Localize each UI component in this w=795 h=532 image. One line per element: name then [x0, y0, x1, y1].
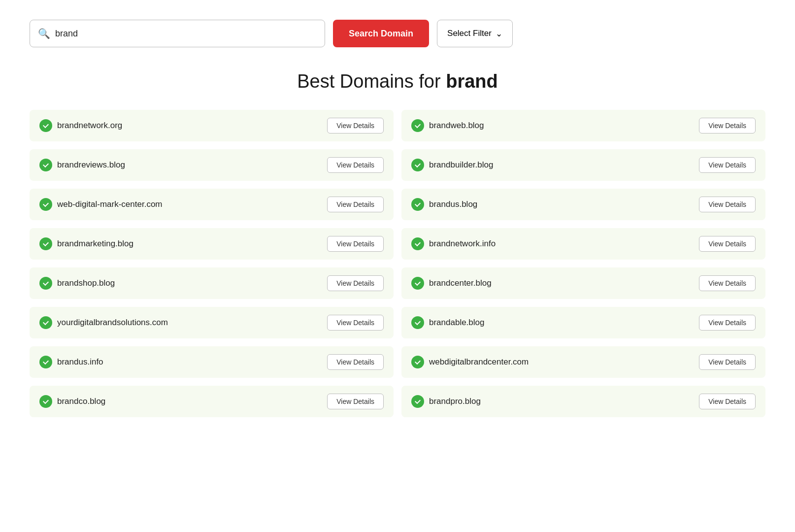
- view-details-button[interactable]: View Details: [327, 118, 384, 133]
- domain-row: brandpro.blog View Details: [401, 386, 765, 417]
- domain-left: brandus.info: [39, 356, 103, 368]
- domain-left: yourdigitalbrandsolutions.com: [39, 316, 168, 329]
- domain-name: brandus.blog: [429, 200, 477, 209]
- top-bar: 🔍 Search Domain Select Filter ⌄: [30, 20, 765, 47]
- domain-left: brandnetwork.org: [39, 119, 122, 132]
- view-details-button[interactable]: View Details: [327, 315, 384, 331]
- view-details-button[interactable]: View Details: [699, 236, 756, 252]
- domain-left: brandcenter.blog: [411, 277, 492, 290]
- domain-name: yourdigitalbrandsolutions.com: [57, 318, 168, 328]
- available-icon: [39, 237, 52, 250]
- available-icon: [411, 198, 424, 211]
- domain-name: brandco.blog: [57, 397, 105, 406]
- domain-name: brandable.blog: [429, 318, 484, 328]
- view-details-button[interactable]: View Details: [699, 157, 756, 173]
- available-icon: [39, 277, 52, 290]
- available-icon: [411, 159, 424, 171]
- domain-name: brandnetwork.info: [429, 239, 496, 249]
- available-icon: [39, 119, 52, 132]
- domain-left: brandable.blog: [411, 316, 484, 329]
- domain-row: webdigitalbrandcenter.com View Details: [401, 346, 765, 378]
- domain-left: web-digital-mark-center.com: [39, 198, 163, 211]
- available-icon: [39, 356, 52, 368]
- domain-left: brandweb.blog: [411, 119, 484, 132]
- domain-row: brandnetwork.info View Details: [401, 228, 765, 260]
- domain-name: brandpro.blog: [429, 397, 481, 406]
- domain-name: brandnetwork.org: [57, 121, 122, 131]
- available-icon: [39, 198, 52, 211]
- domain-row: yourdigitalbrandsolutions.com View Detai…: [30, 307, 394, 338]
- search-domain-button[interactable]: Search Domain: [333, 20, 429, 47]
- domain-row: brandus.blog View Details: [401, 189, 765, 220]
- domains-grid: brandnetwork.org View Details brandweb.b…: [30, 110, 765, 417]
- domain-left: brandus.blog: [411, 198, 477, 211]
- domain-name: web-digital-mark-center.com: [57, 200, 163, 209]
- domain-name: brandbuilder.blog: [429, 160, 493, 170]
- view-details-button[interactable]: View Details: [699, 197, 756, 212]
- view-details-button[interactable]: View Details: [327, 197, 384, 212]
- available-icon: [411, 277, 424, 290]
- domain-row: web-digital-mark-center.com View Details: [30, 189, 394, 220]
- view-details-button[interactable]: View Details: [327, 275, 384, 291]
- domain-name: webdigitalbrandcenter.com: [429, 357, 529, 367]
- domain-row: brandreviews.blog View Details: [30, 149, 394, 181]
- domain-row: brandnetwork.org View Details: [30, 110, 394, 141]
- search-box: 🔍: [30, 20, 325, 47]
- page-title: Best Domains for brand: [30, 71, 765, 92]
- domain-left: brandpro.blog: [411, 395, 481, 408]
- available-icon: [39, 159, 52, 171]
- search-icon: 🔍: [38, 28, 50, 39]
- view-details-button[interactable]: View Details: [327, 394, 384, 409]
- available-icon: [411, 237, 424, 250]
- available-icon: [411, 316, 424, 329]
- domain-row: brandmarketing.blog View Details: [30, 228, 394, 260]
- domain-name: brandweb.blog: [429, 121, 484, 131]
- domain-left: brandmarketing.blog: [39, 237, 133, 250]
- domain-row: brandweb.blog View Details: [401, 110, 765, 141]
- domain-row: brandco.blog View Details: [30, 386, 394, 417]
- available-icon: [411, 356, 424, 368]
- view-details-button[interactable]: View Details: [327, 354, 384, 370]
- domain-name: brandreviews.blog: [57, 160, 125, 170]
- available-icon: [39, 395, 52, 408]
- view-details-button[interactable]: View Details: [699, 118, 756, 133]
- domain-left: brandco.blog: [39, 395, 105, 408]
- search-input[interactable]: [55, 29, 317, 39]
- domain-row: brandable.blog View Details: [401, 307, 765, 338]
- available-icon: [411, 119, 424, 132]
- domain-left: brandnetwork.info: [411, 237, 496, 250]
- domain-name: brandshop.blog: [57, 278, 115, 288]
- chevron-down-icon: ⌄: [496, 29, 502, 39]
- domain-row: brandcenter.blog View Details: [401, 267, 765, 299]
- view-details-button[interactable]: View Details: [699, 315, 756, 331]
- view-details-button[interactable]: View Details: [699, 394, 756, 409]
- domain-row: brandus.info View Details: [30, 346, 394, 378]
- domain-name: brandcenter.blog: [429, 278, 492, 288]
- view-details-button[interactable]: View Details: [699, 275, 756, 291]
- available-icon: [411, 395, 424, 408]
- domain-name: brandus.info: [57, 357, 103, 367]
- view-details-button[interactable]: View Details: [699, 354, 756, 370]
- filter-label: Select Filter: [447, 29, 492, 38]
- domain-left: webdigitalbrandcenter.com: [411, 356, 529, 368]
- domain-left: brandshop.blog: [39, 277, 115, 290]
- domain-left: brandbuilder.blog: [411, 159, 493, 171]
- available-icon: [39, 316, 52, 329]
- domain-row: brandbuilder.blog View Details: [401, 149, 765, 181]
- domain-name: brandmarketing.blog: [57, 239, 133, 249]
- view-details-button[interactable]: View Details: [327, 157, 384, 173]
- domain-left: brandreviews.blog: [39, 159, 125, 171]
- domain-row: brandshop.blog View Details: [30, 267, 394, 299]
- select-filter-button[interactable]: Select Filter ⌄: [437, 20, 513, 47]
- view-details-button[interactable]: View Details: [327, 236, 384, 252]
